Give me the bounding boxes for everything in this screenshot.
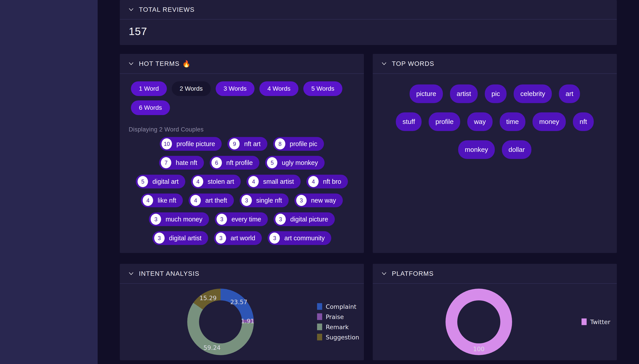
hot-terms-note: Displaying 2 Word Couples xyxy=(129,126,364,133)
legend-label: Suggestion xyxy=(326,334,359,340)
legend-item[interactable]: Twitter xyxy=(581,318,610,325)
hot-term-label: new way xyxy=(311,197,336,204)
hot-term-pill[interactable]: 5digital art xyxy=(136,175,185,188)
hot-term-pill[interactable]: 5ugly monkey xyxy=(265,156,325,170)
top-word-pill[interactable]: celebrity xyxy=(514,84,552,103)
legend-item[interactable]: Remark xyxy=(317,324,359,330)
hot-term-pill[interactable]: 4nft bro xyxy=(306,175,348,188)
top-word-pill[interactable]: stuff xyxy=(396,112,422,131)
hot-term-label: art theft xyxy=(205,197,227,204)
hot-term-pill[interactable]: 3digital artist xyxy=(152,231,208,245)
hot-term-count: 7 xyxy=(161,157,171,168)
top-words-header: TOP WORDS xyxy=(373,54,617,74)
hot-term-count: 3 xyxy=(275,214,286,225)
legend-item[interactable]: Praise xyxy=(317,313,359,320)
top-word-pill[interactable]: money xyxy=(532,112,566,131)
hot-term-pill[interactable]: 8profile pic xyxy=(273,137,324,151)
top-word-pill[interactable]: dollar xyxy=(502,140,531,159)
legend-label: Twitter xyxy=(590,318,610,325)
word-filter-chips: 1 Word2 Words3 Words4 Words5 Words6 Word… xyxy=(120,74,346,115)
chevron-down-icon[interactable] xyxy=(381,270,387,277)
hot-term-count: 5 xyxy=(138,176,148,187)
hot-term-row: 3much money3every time3digital picture xyxy=(120,212,364,226)
hot-term-label: digital picture xyxy=(290,216,328,223)
hot-term-row: 3digital artist3art world3art community xyxy=(120,231,364,245)
top-word-pill[interactable]: nft xyxy=(573,112,593,131)
panel-title: TOP WORDS xyxy=(392,60,434,68)
hot-term-count: 3 xyxy=(241,195,252,206)
total-reviews-value: 157 xyxy=(120,20,617,38)
hot-term-label: nft art xyxy=(244,140,260,148)
chevron-down-icon[interactable] xyxy=(128,60,134,67)
hot-term-count: 3 xyxy=(217,214,227,225)
panel-hot-terms: HOT TERMS 🔥 1 Word2 Words3 Words4 Words5… xyxy=(120,54,364,253)
top-word-pill[interactable]: pic xyxy=(485,84,507,103)
intent-header: INTENT ANALYSIS xyxy=(120,264,364,284)
fire-emoji-icon: 🔥 xyxy=(182,60,190,68)
hot-term-count: 3 xyxy=(216,232,226,244)
hot-term-row: 5digital art4stolen art4small artist4nft… xyxy=(120,175,364,188)
legend-item[interactable]: Suggestion xyxy=(317,334,359,340)
top-word-pill[interactable]: art xyxy=(559,84,580,103)
hot-term-label: digital artist xyxy=(169,234,202,242)
top-word-row: stuffprofilewaytimemoneynft xyxy=(373,112,617,131)
chart-legend: ComplaintPraiseRemarkSuggestion xyxy=(317,303,359,340)
platforms-donut-chart: 100Twitter xyxy=(373,284,617,360)
hot-terms-header: HOT TERMS 🔥 xyxy=(120,54,364,74)
chevron-down-icon[interactable] xyxy=(128,6,134,13)
chevron-down-icon[interactable] xyxy=(128,270,134,277)
donut-slice-label: 100 xyxy=(473,346,485,352)
hot-term-pill[interactable]: 9nft art xyxy=(227,137,267,151)
hot-term-pill[interactable]: 3much money xyxy=(149,212,209,226)
top-word-pill[interactable]: monkey xyxy=(458,140,495,159)
hot-term-pill[interactable]: 3new way xyxy=(294,194,343,207)
legend-swatch xyxy=(581,318,587,325)
word-filter-chip[interactable]: 4 Words xyxy=(259,81,298,96)
top-word-pill[interactable]: profile xyxy=(429,112,460,131)
intent-donut-chart: 23.571.9159.2415.29ComplaintPraiseRemark… xyxy=(120,284,364,360)
word-filter-chip[interactable]: 2 Words xyxy=(172,81,211,96)
panel-title: PLATFORMS xyxy=(392,270,434,277)
word-filter-chip[interactable]: 1 Word xyxy=(131,81,167,96)
top-word-pill[interactable]: artist xyxy=(450,84,478,103)
hot-term-count: 3 xyxy=(154,232,165,244)
hot-term-pill[interactable]: 4art theft xyxy=(189,194,234,207)
hot-term-pill[interactable]: 3digital picture xyxy=(273,212,335,226)
hot-term-pill[interactable]: 10profile picture xyxy=(160,137,222,151)
hot-term-list: 10profile picture9nft art8profile pic7ha… xyxy=(120,137,364,245)
hot-term-pill[interactable]: 4stolen art xyxy=(191,175,241,188)
chart-legend: Twitter xyxy=(581,318,610,325)
legend-label: Praise xyxy=(326,313,344,320)
panel-platforms: PLATFORMS 100Twitter xyxy=(373,264,617,360)
hot-term-label: stolen art xyxy=(208,178,234,185)
word-filter-chip[interactable]: 5 Words xyxy=(303,81,342,96)
top-word-pill[interactable]: time xyxy=(500,112,526,131)
top-word-pill[interactable]: picture xyxy=(410,84,443,103)
hot-term-pill[interactable]: 4small artist xyxy=(246,175,301,188)
hot-term-label: single nft xyxy=(256,197,282,204)
hot-term-label: small artist xyxy=(263,178,294,185)
donut-slice-label: 1.91 xyxy=(241,318,254,324)
hot-term-label: nft profile xyxy=(226,159,253,166)
hot-term-pill[interactable]: 6nft profile xyxy=(210,156,259,170)
hot-term-pill[interactable]: 3art community xyxy=(267,231,331,245)
hot-term-pill[interactable]: 4like nft xyxy=(141,194,183,207)
legend-swatch xyxy=(317,324,322,330)
word-filter-chip[interactable]: 6 Words xyxy=(131,100,170,115)
chevron-down-icon[interactable] xyxy=(381,60,387,67)
hot-term-label: nft bro xyxy=(323,178,341,185)
top-word-pill[interactable]: way xyxy=(467,112,492,131)
donut-slice-label: 15.29 xyxy=(199,294,217,301)
hot-term-label: art world xyxy=(230,234,255,242)
hot-term-pill[interactable]: 7hate nft xyxy=(159,156,204,170)
hot-term-pill[interactable]: 3art world xyxy=(214,231,262,245)
legend-swatch xyxy=(317,334,322,340)
top-word-row: pictureartistpiccelebrityart xyxy=(373,84,617,103)
intent-analysis-donut: 23.571.9159.2415.29 xyxy=(187,289,254,355)
hot-term-pill[interactable]: 3single nft xyxy=(240,194,289,207)
donut-slice-label: 23.57 xyxy=(230,298,247,305)
word-filter-chip[interactable]: 3 Words xyxy=(216,81,255,96)
hot-term-pill[interactable]: 3every time xyxy=(215,212,268,226)
legend-item[interactable]: Complaint xyxy=(317,303,359,310)
legend-label: Complaint xyxy=(326,303,356,310)
